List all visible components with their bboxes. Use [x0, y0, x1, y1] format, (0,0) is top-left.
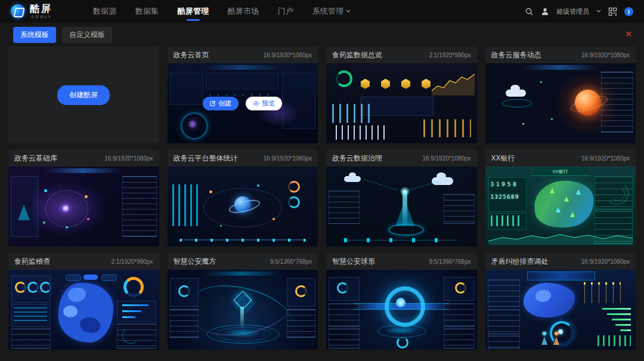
decor [203, 271, 281, 276]
template-card[interactable]: 食药监数据总览 2:1/1920*990px [326, 47, 477, 143]
nav-item-datasource[interactable]: 数据源 [83, 0, 126, 23]
nav-item-dataset[interactable]: 数据集 [126, 0, 168, 23]
decor-core [558, 329, 563, 334]
create-screen-card: 创建酷屏 [8, 47, 159, 143]
decor [220, 225, 222, 227]
decor-core [62, 205, 69, 212]
decor-arc [611, 187, 625, 201]
decor-donut [336, 70, 352, 87]
template-card[interactable]: 政务云数据治理 16:9/1920*1080px [326, 150, 477, 246]
nav-label: 数据源 [93, 0, 116, 23]
decor-bars [423, 119, 471, 137]
nav-item-system-management[interactable]: 系统管理 [303, 0, 360, 23]
template-card[interactable]: 政务云服务动态 16:9/1920*1080px [485, 47, 636, 143]
nav-item-screen-management[interactable]: 酷屏管理 [168, 0, 218, 23]
decor-cone [18, 205, 30, 220]
nav-item-screen-market[interactable]: 酷屏市场 [218, 0, 268, 23]
logo-title: 酷屏 [30, 4, 52, 14]
close-icon[interactable]: ✕ [625, 28, 632, 40]
decor-hexagon [361, 79, 370, 89]
user-name[interactable]: 超级管理员 [556, 7, 589, 16]
template-card[interactable]: 政务云基础库 16:9/1920*1080px [8, 150, 159, 246]
decor-marker [550, 188, 555, 193]
search-icon[interactable] [525, 7, 534, 16]
decor [87, 218, 89, 220]
template-card[interactable]: 食药监稽查 2:1/1920*990px [8, 253, 159, 350]
template-card[interactable]: 智慧公安球形 9:5/1366*768px [326, 253, 477, 350]
decor [66, 226, 68, 229]
card-hover-overlay: 创建 预览 [168, 63, 318, 143]
template-card[interactable]: 政务云首页 16:9/1920*1080px 创建 [168, 47, 318, 143]
card-size: 16:9/1920*1080px [422, 155, 470, 162]
decor [209, 190, 212, 193]
card-title: 食药监稽查 [14, 257, 50, 267]
card-preview-button[interactable]: 预览 [246, 97, 282, 110]
thumbnail-food-drug-overview[interactable] [326, 63, 477, 143]
thumb-counter: 31958 [491, 181, 524, 187]
decor-glow [385, 327, 418, 334]
thumbnail-smart-police-cube[interactable] [168, 270, 318, 350]
decor [444, 328, 475, 348]
thumbnail-gov-base-library[interactable] [8, 166, 159, 246]
thumbnail-bank-dashboard[interactable]: XX银行 31958 1325689 [485, 166, 636, 246]
decor-donut [15, 282, 26, 293]
thumbnail-gov-platform-stats[interactable] [168, 166, 318, 246]
decor-ring [385, 286, 425, 327]
user-icon[interactable] [541, 7, 549, 16]
create-screen-button[interactable]: 创建酷屏 [57, 85, 110, 105]
decor-person-head [555, 332, 558, 335]
tab-system-templates[interactable]: 系统模板 [13, 27, 56, 43]
info-icon[interactable]: i [624, 7, 633, 16]
decor [488, 279, 520, 307]
decor-bar [122, 304, 148, 306]
decor [170, 309, 199, 338]
decor-donut [123, 277, 144, 297]
main-menu: 数据源 数据集 酷屏管理 酷屏市场 门户 系统管理 [83, 0, 360, 23]
decor-person-body [553, 337, 559, 345]
decor-glow [400, 187, 410, 196]
decor-area-chart [488, 230, 633, 245]
card-create-button[interactable]: 创建 [203, 97, 239, 110]
template-card[interactable]: XX银行 16:9/1920*1080px XX银行 31958 1325689 [485, 150, 636, 246]
card-title: 食药监数据总览 [332, 50, 382, 60]
card-title: 智慧公安魔方 [174, 257, 216, 267]
decor-bars [336, 125, 389, 140]
decor-lollipop-dots [584, 282, 621, 285]
tab-custom-templates[interactable]: 自定义模板 [62, 27, 112, 43]
template-card[interactable]: 矛盾纠纷排查调处 16:9/1920*1080px [485, 253, 636, 350]
thumbnail-gov-service-dynamics[interactable] [485, 63, 636, 143]
card-size: 2:1/1920*990px [429, 52, 470, 58]
decor-bar [122, 316, 135, 318]
thumbnail-gov-cloud-home[interactable]: 创建 预览 [168, 63, 318, 143]
template-card[interactable]: 智慧公安魔方 9:5/1366*768px [168, 253, 318, 350]
thumbnail-gov-data-governance[interactable] [326, 166, 477, 246]
thumbnail-smart-police-sphere[interactable] [326, 270, 477, 350]
decor-line-chart [432, 72, 475, 95]
top-navbar: 酷屏 COOLY 数据源 数据集 酷屏管理 酷屏市场 门户 系统管理 超级管理员… [0, 0, 644, 23]
decor-donut [455, 282, 466, 294]
decor-nodes [344, 238, 457, 242]
decor [521, 65, 599, 70]
decor-donut [288, 181, 300, 193]
thumbnail-conflict-mediation[interactable] [485, 270, 636, 350]
card-size: 16:9/1920*1080px [264, 155, 312, 162]
button-label: 预览 [262, 99, 275, 108]
card-title: 政务云数据治理 [332, 153, 382, 163]
decor [287, 309, 315, 338]
card-size: 16:9/1920*1080px [581, 258, 630, 265]
user-chevron-down-icon[interactable] [596, 10, 601, 13]
template-card[interactable]: 政务云平台整体统计 16:9/1920*1080px [168, 150, 318, 246]
decor-bars [14, 307, 47, 323]
nav-item-portal[interactable]: 门户 [268, 0, 303, 23]
decor-marker [576, 189, 581, 195]
decor-person-head [543, 332, 546, 335]
decor-gauge [397, 337, 408, 348]
decor-lollipop-lines [584, 284, 621, 303]
app-logo[interactable]: 酷屏 COOLY [11, 4, 68, 18]
decor-hexagon [401, 79, 410, 89]
decor [488, 335, 520, 348]
thumbnail-food-drug-inspection[interactable] [8, 270, 159, 350]
decor-bars [491, 215, 523, 226]
decor-hexagon [422, 79, 431, 89]
qrcode-icon[interactable] [608, 7, 617, 16]
